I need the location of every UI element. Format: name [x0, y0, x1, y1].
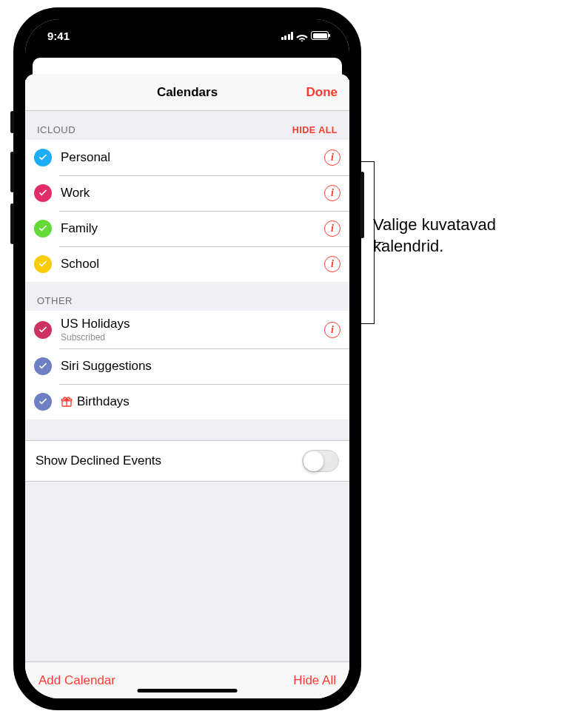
info-icon[interactable]: i — [324, 256, 340, 272]
status-time: 9:41 — [47, 30, 70, 42]
checkmark-icon — [34, 184, 52, 202]
phone-frame: 9:41 Calendars Done ICLOUD HIDE A — [13, 7, 361, 710]
info-icon[interactable]: i — [324, 220, 340, 237]
calendar-label: US Holidays — [61, 317, 324, 331]
section-title: ICLOUD — [37, 124, 76, 135]
calendar-label: Work — [61, 186, 324, 200]
calendar-row-work[interactable]: Work i — [25, 175, 349, 211]
checkmark-icon — [34, 149, 52, 166]
section-header-other: OTHER — [25, 282, 349, 311]
checkmark-icon — [34, 220, 52, 237]
info-icon[interactable]: i — [324, 322, 340, 338]
nav-bar: Calendars Done — [25, 74, 349, 111]
calendar-row-siri[interactable]: Siri Suggestions — [25, 348, 349, 384]
callout-text: Valige kuvatavad kalendrid. — [373, 215, 567, 257]
battery-icon — [311, 31, 329, 40]
done-button[interactable]: Done — [306, 85, 338, 100]
show-declined-label: Show Declined Events — [36, 454, 161, 468]
show-declined-row[interactable]: Show Declined Events — [25, 440, 349, 482]
checkmark-icon — [34, 321, 52, 339]
mute-switch — [10, 111, 14, 133]
calendar-label: Birthdays — [77, 394, 340, 409]
toolbar: Add Calendar Hide All — [25, 661, 349, 698]
icloud-list: Personal i Work i Family i — [25, 140, 349, 282]
page-title: Calendars — [157, 85, 218, 100]
calendar-label: Siri Suggestions — [61, 359, 340, 374]
cellular-icon — [281, 32, 294, 40]
calendar-sublabel: Subscribed — [61, 332, 324, 343]
wifi-icon — [296, 31, 308, 40]
screen: 9:41 Calendars Done ICLOUD HIDE A — [25, 19, 349, 698]
add-calendar-button[interactable]: Add Calendar — [38, 673, 115, 688]
notch — [110, 19, 265, 40]
calendar-row-birthdays[interactable]: Birthdays — [25, 384, 349, 419]
volume-up — [10, 152, 14, 192]
info-icon[interactable]: i — [324, 185, 340, 201]
section-header-icloud: ICLOUD HIDE ALL — [25, 111, 349, 140]
checkmark-icon — [34, 357, 52, 375]
calendar-label: Family — [61, 221, 324, 236]
show-declined-switch[interactable] — [302, 450, 339, 472]
calendars-sheet: Calendars Done ICLOUD HIDE ALL Personal … — [25, 74, 349, 698]
volume-down — [10, 203, 14, 244]
status-icons — [281, 31, 329, 40]
hide-all-button[interactable]: Hide All — [293, 673, 336, 688]
content[interactable]: ICLOUD HIDE ALL Personal i Work i — [25, 111, 349, 661]
home-indicator[interactable] — [138, 689, 238, 692]
hide-all-icloud-button[interactable]: HIDE ALL — [292, 125, 338, 135]
gift-icon — [61, 396, 73, 408]
other-list: US Holidays Subscribed i Siri Suggestion… — [25, 311, 349, 419]
checkmark-icon — [34, 393, 52, 411]
calendar-row-personal[interactable]: Personal i — [25, 140, 349, 175]
info-icon[interactable]: i — [324, 149, 340, 166]
calendar-row-school[interactable]: School i — [25, 246, 349, 282]
calendar-row-family[interactable]: Family i — [25, 211, 349, 246]
checkmark-icon — [34, 255, 52, 273]
calendar-label: Personal — [61, 150, 324, 165]
calendar-label: School — [61, 257, 324, 272]
calendar-row-holidays[interactable]: US Holidays Subscribed i — [25, 311, 349, 348]
section-title: OTHER — [37, 295, 73, 306]
